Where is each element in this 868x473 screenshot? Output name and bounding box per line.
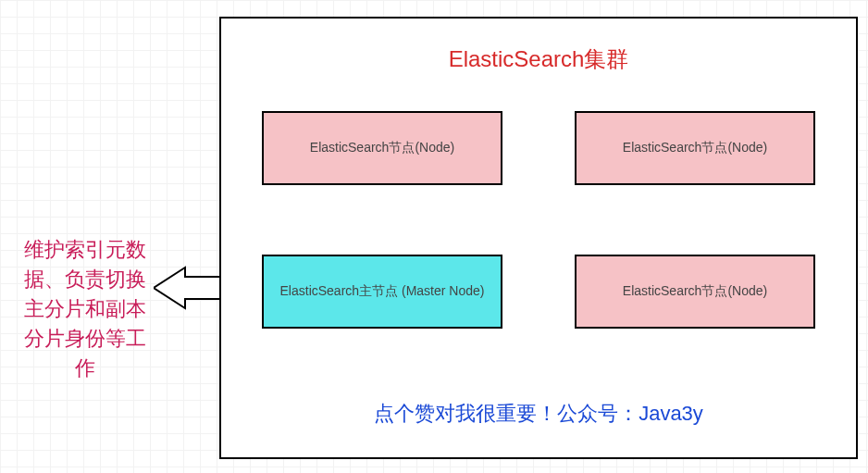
nodes-grid: ElasticSearch节点(Node) ElasticSearch节点(No… — [221, 111, 856, 329]
node-row: ElasticSearch主节点 (Master Node) ElasticSe… — [262, 255, 815, 329]
es-node: ElasticSearch节点(Node) — [575, 111, 815, 185]
es-node: ElasticSearch节点(Node) — [262, 111, 502, 185]
es-node: ElasticSearch节点(Node) — [575, 255, 815, 329]
cluster-container: ElasticSearch集群 ElasticSearch节点(Node) El… — [219, 17, 858, 459]
node-row: ElasticSearch节点(Node) ElasticSearch节点(No… — [262, 111, 815, 185]
master-node-annotation: 维护索引元数据、负责切换主分片和副本分片身份等工作 — [17, 235, 154, 382]
cluster-title: ElasticSearch集群 — [221, 44, 856, 74]
footer-text: 点个赞对我很重要！公众号：Java3y — [221, 400, 856, 428]
es-master-node: ElasticSearch主节点 (Master Node) — [262, 255, 502, 329]
